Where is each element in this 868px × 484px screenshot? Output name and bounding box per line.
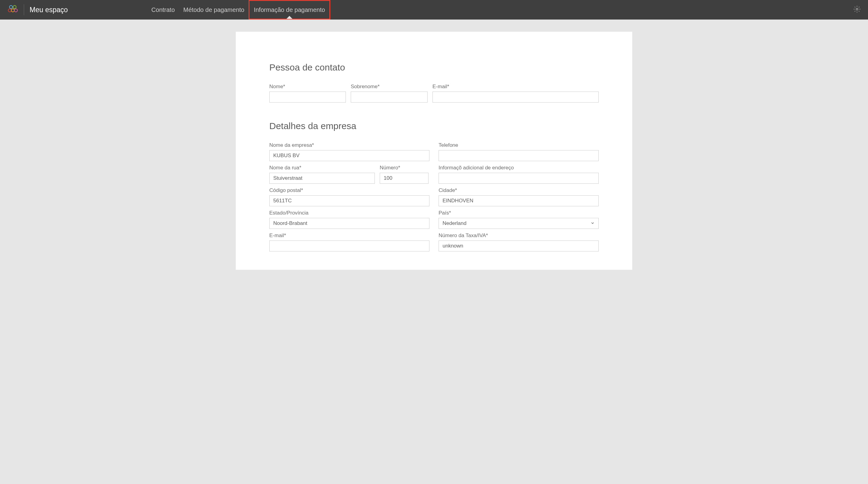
field-company-name: Nome da empresa*: [269, 142, 429, 161]
input-phone[interactable]: [439, 150, 599, 161]
input-first-name[interactable]: [269, 92, 346, 102]
input-street[interactable]: [269, 173, 375, 184]
field-phone: Telefone: [439, 142, 599, 161]
select-country-value: Nederland: [442, 220, 466, 226]
field-company-email: E-mail*: [269, 233, 429, 251]
label-postal-code: Código postal*: [269, 187, 429, 193]
label-company-name: Nome da empresa*: [269, 142, 429, 148]
label-number: Número*: [380, 165, 429, 171]
input-company-email[interactable]: [269, 240, 429, 251]
label-street: Nome da rua*: [269, 165, 375, 171]
header-tabs: Contrato Método de pagamento Informação …: [147, 0, 330, 20]
field-vat: Número da Taxa/IVA*: [439, 233, 599, 251]
tab-label: Método de pagamento: [183, 6, 244, 13]
input-vat[interactable]: [439, 240, 599, 251]
select-country[interactable]: Nederland: [439, 218, 599, 229]
svg-point-2: [8, 9, 11, 12]
app-title: Meu espaço: [30, 6, 68, 14]
app-header: Meu espaço Contrato Método de pagamento …: [0, 0, 868, 20]
label-last-name: Sobrenome*: [351, 84, 428, 90]
section-title-contact: Pessoa de contato: [269, 62, 599, 72]
input-last-name[interactable]: [351, 92, 428, 102]
company-form: Nome da empresa* Telefone Nome da rua* N…: [269, 142, 599, 251]
input-postal-code[interactable]: [269, 195, 429, 206]
main-content: Pessoa de contato Nome* Sobrenome* E-mai…: [236, 32, 632, 270]
label-city: Cidade*: [439, 187, 599, 193]
contact-form-row: Nome* Sobrenome* E-mail*: [269, 84, 599, 102]
settings-button[interactable]: [854, 5, 861, 14]
tab-contrato[interactable]: Contrato: [147, 0, 179, 20]
logo-icon: [7, 4, 18, 15]
svg-point-4: [14, 9, 18, 12]
label-state: Estado/Província: [269, 210, 429, 216]
field-postal-code: Código postal*: [269, 187, 429, 206]
svg-point-3: [11, 9, 14, 12]
tab-label: Informação de pagamento: [254, 6, 325, 13]
field-street: Nome da rua*: [269, 165, 375, 184]
input-contact-email[interactable]: [432, 92, 599, 102]
field-last-name: Sobrenome*: [351, 84, 428, 102]
logo: [7, 4, 18, 15]
field-first-name: Nome*: [269, 84, 346, 102]
tab-metodo-pagamento[interactable]: Método de pagamento: [179, 0, 249, 20]
field-address-extra: Informaçõ adicional de endereço: [439, 165, 599, 184]
street-row: Nome da rua* Número*: [269, 165, 429, 184]
svg-point-1: [13, 5, 16, 8]
field-country: País* Nederland: [439, 210, 599, 229]
field-number: Número*: [380, 165, 429, 184]
gear-icon: [854, 5, 861, 13]
label-country: País*: [439, 210, 599, 216]
field-state: Estado/Província: [269, 210, 429, 229]
label-contact-email: E-mail*: [432, 84, 599, 90]
tab-label: Contrato: [151, 6, 175, 13]
tab-informacao-pagamento[interactable]: Informação de pagamento: [249, 0, 330, 20]
svg-point-0: [9, 5, 12, 8]
chevron-down-icon: [590, 221, 595, 226]
input-state[interactable]: [269, 218, 429, 229]
input-city[interactable]: [439, 195, 599, 206]
input-address-extra[interactable]: [439, 173, 599, 184]
label-first-name: Nome*: [269, 84, 346, 90]
svg-point-5: [856, 8, 858, 10]
input-company-name[interactable]: [269, 150, 429, 161]
label-phone: Telefone: [439, 142, 599, 148]
label-address-extra: Informaçõ adicional de endereço: [439, 165, 599, 171]
field-contact-email: E-mail*: [432, 84, 599, 102]
field-city: Cidade*: [439, 187, 599, 206]
input-number[interactable]: [380, 173, 429, 184]
label-company-email: E-mail*: [269, 233, 429, 239]
label-vat: Número da Taxa/IVA*: [439, 233, 599, 239]
section-title-company: Detalhes da empresa: [269, 121, 599, 131]
header-divider: [24, 4, 24, 15]
